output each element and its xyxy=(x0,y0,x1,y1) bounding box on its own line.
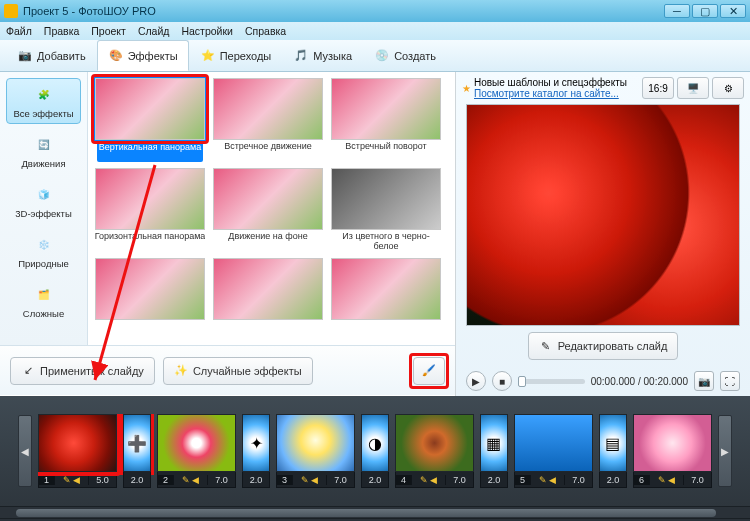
tab-add[interactable]: 📷Добавить xyxy=(6,40,97,71)
category-nature[interactable]: ❄️Природные xyxy=(6,228,81,274)
menu-project[interactable]: Проект xyxy=(91,25,126,37)
tab-create[interactable]: 💿Создать xyxy=(363,40,447,71)
timeline-scrollbar[interactable] xyxy=(0,506,750,518)
scrollbar-thumb[interactable] xyxy=(16,509,716,517)
stop-button[interactable]: ■ xyxy=(492,371,512,391)
effect-item-7[interactable] xyxy=(212,258,324,342)
slide-tools[interactable]: ✎ ◀ xyxy=(531,475,564,485)
layers-icon: 🗂️ xyxy=(33,284,55,306)
aspect-ratio-button[interactable]: 16:9 xyxy=(642,77,674,99)
menu-edit[interactable]: Правка xyxy=(44,25,79,37)
transition-duration: 2.0 xyxy=(480,472,508,488)
transition-duration: 2.0 xyxy=(599,472,627,488)
menu-help[interactable]: Справка xyxy=(245,25,286,37)
timeline-transition-1[interactable]: ➕2.0 xyxy=(123,414,151,488)
player-bar: ▶ ■ 00:00.000 / 00:20.000 📷 ⛶ xyxy=(456,366,750,396)
main-tab-bar: 📷Добавить 🎨Эффекты ⭐Переходы 🎵Музыка 💿Со… xyxy=(0,40,750,72)
random-effects-button[interactable]: ✨Случайные эффекты xyxy=(163,357,313,385)
menu-slide[interactable]: Слайд xyxy=(138,25,170,37)
slide-number: 6 xyxy=(634,475,650,485)
timeline-next-button[interactable]: ▶ xyxy=(718,415,732,487)
pencil-icon: ✎ xyxy=(539,339,553,353)
close-button[interactable]: ✕ xyxy=(720,4,746,18)
monitor-button[interactable]: 🖥️ xyxy=(677,77,709,99)
slide-duration: 7.0 xyxy=(445,475,473,485)
timeline-slide-5[interactable]: 5✎ ◀7.0 xyxy=(514,414,593,488)
maximize-button[interactable]: ▢ xyxy=(692,4,718,18)
snowflake-icon: ❄️ xyxy=(33,234,55,256)
timeline-slide-3[interactable]: 3✎ ◀7.0 xyxy=(276,414,355,488)
slide-number: 3 xyxy=(277,475,293,485)
motion-icon: 🔄 xyxy=(33,134,55,156)
fullscreen-button[interactable]: ⛶ xyxy=(720,371,740,391)
edit-slide-label: Редактировать слайд xyxy=(558,340,668,352)
transition-duration: 2.0 xyxy=(123,472,151,488)
timeline-transition-3[interactable]: ◑2.0 xyxy=(361,414,389,488)
timeline: ◀ 1✎ ◀5.0 ➕2.0 2✎ ◀7.0 ✦2.0 3✎ ◀7.0 ◑2.0… xyxy=(0,396,750,506)
preview-panel: ★ Новые шаблоны и спецэффекты Посмотрите… xyxy=(456,72,750,396)
effect-item-8[interactable] xyxy=(330,258,442,342)
timeline-slide-6[interactable]: 6✎ ◀7.0 xyxy=(633,414,712,488)
slide-duration: 7.0 xyxy=(326,475,354,485)
effect-item-5[interactable]: Из цветного в черно-белое xyxy=(330,168,442,252)
effect-item-2[interactable]: Встречный поворот xyxy=(330,78,442,162)
preview-viewport[interactable] xyxy=(466,104,740,326)
star-icon: ★ xyxy=(462,83,471,94)
timeline-transition-2[interactable]: ✦2.0 xyxy=(242,414,270,488)
category-3d[interactable]: 🧊3D-эффекты xyxy=(6,178,81,224)
brush-button[interactable]: 🖌️ xyxy=(413,357,445,385)
effect-caption: Встречный поворот xyxy=(345,142,427,162)
slide-tools[interactable]: ✎ ◀ xyxy=(412,475,445,485)
slide-tools[interactable]: ✎ ◀ xyxy=(174,475,207,485)
play-button[interactable]: ▶ xyxy=(466,371,486,391)
timeline-slide-4[interactable]: 4✎ ◀7.0 xyxy=(395,414,474,488)
seek-knob[interactable] xyxy=(518,376,526,387)
apply-bar: ↙Применить к слайду ✨Случайные эффекты 🖌… xyxy=(0,345,455,395)
apply-label: Применить к слайду xyxy=(40,365,144,377)
snapshot-button[interactable]: 📷 xyxy=(694,371,714,391)
category-all-label: Все эффекты xyxy=(13,108,73,119)
timeline-prev-button[interactable]: ◀ xyxy=(18,415,32,487)
slide-tools[interactable]: ✎ ◀ xyxy=(650,475,683,485)
menu-settings[interactable]: Настройки xyxy=(181,25,233,37)
timeline-slide-2[interactable]: 2✎ ◀7.0 xyxy=(157,414,236,488)
category-complex[interactable]: 🗂️Сложные xyxy=(6,278,81,324)
tab-effects[interactable]: 🎨Эффекты xyxy=(97,40,189,71)
effect-item-1[interactable]: Встречное движение xyxy=(212,78,324,162)
promo-link[interactable]: Посмотрите каталог на сайте... xyxy=(474,88,619,99)
timeline-transition-4[interactable]: ▦2.0 xyxy=(480,414,508,488)
camera-icon: 📷 xyxy=(17,48,33,64)
category-3d-label: 3D-эффекты xyxy=(15,208,72,219)
slide-tools[interactable]: ✎ ◀ xyxy=(293,475,326,485)
slide-tools[interactable]: ✎ ◀ xyxy=(55,475,88,485)
effect-item-3[interactable]: Горизонтальная панорама xyxy=(94,168,206,252)
effects-grid: Вертикальная панорама Встречное движение… xyxy=(88,72,455,345)
effect-caption: Из цветного в черно-белое xyxy=(330,232,442,252)
timeline-slide-1[interactable]: 1✎ ◀5.0 xyxy=(38,414,117,488)
settings-button[interactable]: ⚙ xyxy=(712,77,744,99)
tab-transitions[interactable]: ⭐Переходы xyxy=(189,40,283,71)
menu-file[interactable]: Файл xyxy=(6,25,32,37)
effect-caption: Вертикальная панорама xyxy=(97,142,203,162)
music-icon: 🎵 xyxy=(293,48,309,64)
category-motion[interactable]: 🔄Движения xyxy=(6,128,81,174)
tab-add-label: Добавить xyxy=(37,50,86,62)
effect-item-4[interactable]: Движение на фоне xyxy=(212,168,324,252)
apply-to-slide-button[interactable]: ↙Применить к слайду xyxy=(10,357,155,385)
workspace: 🧩Все эффекты 🔄Движения 🧊3D-эффекты ❄️При… xyxy=(0,72,750,396)
promo-bar: ★ Новые шаблоны и спецэффекты Посмотрите… xyxy=(456,72,750,104)
tab-transitions-label: Переходы xyxy=(220,50,272,62)
slide-duration: 7.0 xyxy=(564,475,592,485)
category-all[interactable]: 🧩Все эффекты xyxy=(6,78,81,124)
tab-music[interactable]: 🎵Музыка xyxy=(282,40,363,71)
minimize-button[interactable]: ─ xyxy=(664,4,690,18)
edit-slide-button[interactable]: ✎Редактировать слайд xyxy=(528,332,679,360)
timeline-transition-5[interactable]: ▤2.0 xyxy=(599,414,627,488)
slide-number: 5 xyxy=(515,475,531,485)
brush-icon: 🖌️ xyxy=(422,364,436,378)
effect-item-0[interactable]: Вертикальная панорама xyxy=(94,78,206,162)
effect-caption: Горизонтальная панорама xyxy=(95,232,206,252)
menu-bar: Файл Правка Проект Слайд Настройки Справ… xyxy=(0,22,750,40)
seek-bar[interactable] xyxy=(518,379,585,384)
effect-item-6[interactable] xyxy=(94,258,206,342)
